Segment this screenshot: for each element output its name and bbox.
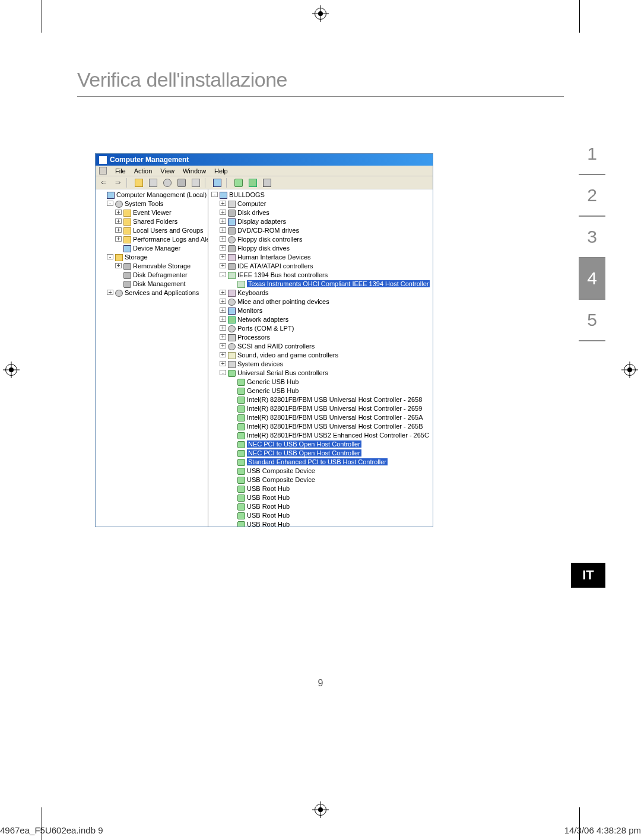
menu-window[interactable]: Window [183, 167, 206, 175]
device-item[interactable]: Intel(R) 82801FB/FBM USB Universal Host … [247, 414, 423, 421]
device-category[interactable]: Keyboards [237, 289, 269, 296]
left-tree[interactable]: Computer Management (Local) -System Tool… [96, 189, 208, 527]
device-item[interactable]: USB Root Hub [247, 485, 290, 492]
device-category[interactable]: Network adapters [237, 316, 288, 323]
device-item[interactable]: USB Root Hub [247, 521, 290, 527]
tool-button[interactable] [233, 177, 244, 188]
expand-icon[interactable]: + [115, 210, 122, 215]
device-category[interactable]: Floppy disk controllers [237, 236, 302, 243]
device-root[interactable]: BULLDOGS [229, 191, 265, 198]
device-item[interactable]: NEC PCI to USB Open Host Controller [247, 449, 361, 457]
export-button[interactable] [191, 177, 201, 188]
services[interactable]: Services and Applications [125, 289, 199, 296]
expand-icon[interactable]: + [107, 290, 113, 295]
device-item[interactable]: USB Root Hub [247, 503, 290, 510]
expand-icon[interactable]: + [220, 316, 226, 322]
tree-item[interactable]: Performance Logs and Alerts [133, 236, 208, 243]
device-category[interactable]: IDE ATA/ATAPI controllers [237, 262, 313, 270]
device-item[interactable]: Intel(R) 82801FB/FBM USB2 Enhanced Host … [247, 432, 429, 439]
expand-icon[interactable]: + [115, 218, 122, 224]
tree-item[interactable]: Device Manager [133, 245, 180, 252]
expand-icon[interactable]: + [220, 308, 226, 313]
right-tree[interactable]: -BULLDOGS +Computer+Disk drives+Display … [208, 189, 433, 527]
menubar[interactable]: File Action View Window Help [96, 166, 433, 176]
expand-icon[interactable]: + [220, 218, 226, 224]
system-tools[interactable]: System Tools [125, 200, 163, 207]
expand-icon[interactable]: + [220, 299, 226, 304]
expand-icon[interactable]: + [220, 343, 226, 348]
expand-icon[interactable]: + [220, 290, 226, 295]
expand-icon[interactable]: + [220, 201, 226, 206]
refresh-button[interactable] [162, 177, 173, 188]
back-button[interactable]: ⇐ [98, 177, 109, 188]
device-item[interactable]: Generic USB Hub [247, 378, 299, 385]
expand-icon[interactable]: + [220, 245, 226, 251]
device-category[interactable]: SCSI and RAID controllers [237, 343, 315, 350]
collapse-icon[interactable]: - [107, 201, 113, 206]
device-item[interactable]: USB Composite Device [247, 476, 315, 483]
expand-icon[interactable]: + [220, 361, 226, 366]
storage[interactable]: Storage [125, 253, 148, 261]
collapse-icon[interactable]: - [220, 370, 226, 375]
tree-item[interactable]: Disk Defragmenter [133, 271, 188, 278]
expand-icon[interactable]: + [220, 236, 226, 242]
device-item[interactable]: NEC PCI to USB Open Host Controller [247, 440, 361, 448]
expand-icon[interactable]: + [115, 236, 122, 242]
forward-button[interactable]: ⇒ [112, 177, 123, 188]
device-category[interactable]: Disk drives [237, 209, 269, 216]
device-category[interactable]: Floppy disk drives [237, 245, 290, 252]
tree-item[interactable]: Event Viewer [133, 209, 172, 216]
expand-icon[interactable]: + [115, 227, 122, 233]
tool-button[interactable] [262, 177, 272, 188]
collapse-icon[interactable]: - [107, 254, 113, 259]
expand-icon[interactable]: + [220, 263, 226, 268]
tree-item[interactable]: Disk Management [133, 280, 186, 287]
scan-button[interactable] [212, 177, 223, 188]
device-item[interactable]: USB Root Hub [247, 512, 290, 519]
device-category[interactable]: Ports (COM & LPT) [237, 325, 294, 332]
expand-icon[interactable]: + [220, 254, 226, 259]
device-item[interactable]: Intel(R) 82801FB/FBM USB Universal Host … [247, 405, 422, 412]
device-category[interactable]: Sound, video and game controllers [237, 351, 338, 359]
ieee1394-category[interactable]: IEEE 1394 Bus host controllers [237, 271, 328, 278]
device-item[interactable]: Intel(R) 82801FB/FBM USB Universal Host … [247, 423, 423, 430]
device-category[interactable]: Processors [237, 334, 270, 341]
device-category[interactable]: Monitors [237, 307, 262, 314]
tree-item[interactable]: Removable Storage [133, 262, 191, 270]
expand-icon[interactable]: + [220, 227, 226, 233]
device-item[interactable]: USB Root Hub [247, 494, 290, 501]
collapse-icon[interactable]: - [211, 192, 218, 197]
expand-icon[interactable]: + [220, 334, 226, 340]
props-button[interactable] [148, 177, 158, 188]
up-button[interactable] [134, 177, 144, 188]
tool-button[interactable] [247, 177, 258, 188]
menu-action[interactable]: Action [134, 167, 153, 175]
device-category[interactable]: Display adapters [237, 218, 286, 225]
tree-item[interactable]: Shared Folders [133, 218, 177, 225]
device-category[interactable]: DVD/CD-ROM drives [237, 227, 299, 234]
device-item[interactable]: Intel(R) 82801FB/FBM USB Universal Host … [247, 396, 422, 403]
ieee1394-controller[interactable]: Texas Instruments OHCI Compliant IEEE 13… [247, 280, 430, 287]
menu-help[interactable]: Help [214, 167, 228, 175]
collapse-icon[interactable]: - [220, 272, 226, 277]
device-item[interactable]: Generic USB Hub [247, 387, 299, 394]
device-category[interactable]: Mice and other pointing devices [237, 298, 329, 305]
menu-file[interactable]: File [115, 167, 126, 175]
tree-item[interactable]: Local Users and Groups [133, 227, 204, 234]
expand-icon[interactable]: + [220, 210, 226, 215]
device-category[interactable]: System devices [237, 360, 283, 367]
expand-icon[interactable]: + [115, 263, 122, 268]
menu-view[interactable]: View [160, 167, 174, 175]
expand-icon[interactable]: + [220, 352, 226, 357]
tree-root[interactable]: Computer Management (Local) [116, 191, 207, 198]
device-category[interactable]: Human Interface Devices [237, 253, 311, 261]
device-icon [237, 432, 245, 439]
system-menu-icon[interactable] [99, 167, 107, 175]
print-button[interactable] [176, 177, 187, 188]
device-item[interactable]: USB Composite Device [247, 467, 315, 474]
expand-icon[interactable]: + [220, 325, 226, 331]
window-titlebar[interactable]: Computer Management [96, 154, 433, 166]
device-category[interactable]: Computer [237, 200, 266, 207]
usb-category[interactable]: Universal Serial Bus controllers [237, 369, 328, 376]
device-item[interactable]: Standard Enhanced PCI to USB Host Contro… [247, 458, 388, 465]
